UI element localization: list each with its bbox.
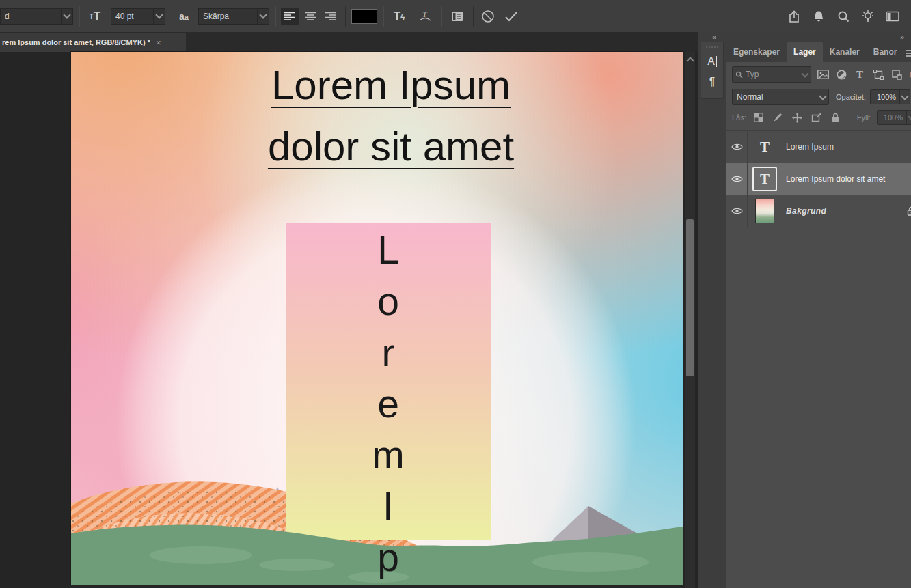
- layer-row-lorem-ipsum-dolor-sit-amet[interactable]: T Lorem Ipsum dolor sit amet: [726, 163, 911, 195]
- align-left-button[interactable]: [281, 8, 299, 25]
- opacity-label: Opacitet:: [836, 93, 866, 101]
- commit-edit-button[interactable]: [502, 8, 520, 25]
- align-center-button[interactable]: [301, 8, 319, 25]
- layer-lock-indicator[interactable]: [899, 206, 911, 216]
- opacity-field[interactable]: 100%: [870, 89, 910, 104]
- layer-row-bakgrund[interactable]: Bakgrund: [726, 195, 911, 227]
- heading-line-1: Lorem Ipsum: [213, 55, 569, 116]
- tab-banor[interactable]: Banor: [867, 42, 904, 62]
- image-layer-thumbnail[interactable]: [755, 199, 774, 223]
- document-tab[interactable]: rem Ipsum dolor sit amet, RGB/8/CMYK) * …: [0, 33, 186, 52]
- visibility-toggle[interactable]: [726, 131, 748, 163]
- scroll-up-icon[interactable]: [686, 57, 694, 64]
- lock-position-icon[interactable]: [791, 111, 804, 124]
- text-color-swatch[interactable]: [351, 9, 377, 24]
- cancel-edit-button[interactable]: [479, 8, 497, 25]
- vertical-letter: I: [354, 481, 422, 532]
- font-style-select[interactable]: d: [0, 8, 73, 25]
- chevron-down-icon[interactable]: [257, 9, 269, 24]
- divider: [345, 6, 346, 27]
- chevron-down-icon[interactable]: [906, 111, 911, 124]
- eye-icon: [731, 175, 743, 183]
- lock-label: Lås:: [732, 113, 746, 122]
- vertical-letter: r: [354, 327, 422, 378]
- anti-alias-select[interactable]: Skärpa: [198, 8, 269, 25]
- layer-name[interactable]: Lorem Ipsum dolor sit amet: [782, 174, 911, 184]
- share-icon: [787, 10, 801, 23]
- document-tab-bar: rem Ipsum dolor sit amet, RGB/8/CMYK) * …: [0, 33, 698, 52]
- divider: [275, 6, 275, 27]
- chevron-down-icon[interactable]: [899, 90, 910, 104]
- scrollbar-thumb[interactable]: [686, 219, 694, 376]
- lock-icon: [907, 206, 911, 216]
- chevron-down-icon[interactable]: [153, 9, 165, 24]
- tab-egenskaper[interactable]: Egenskaper: [726, 42, 787, 62]
- filter-type-layers-icon[interactable]: T: [853, 68, 867, 81]
- search-icon: [735, 71, 743, 79]
- workspace-icon: [885, 10, 900, 23]
- right-panel-area: « » A ¶ Egenskaper Lage: [698, 32, 911, 588]
- cancel-icon: [481, 10, 495, 23]
- font-size-icon: T T: [85, 8, 105, 25]
- lock-image-pixels-icon[interactable]: [772, 111, 785, 124]
- opacity-value: 100%: [871, 93, 899, 101]
- heading-text-layer[interactable]: Lorem Ipsum dolor sit amet: [213, 55, 569, 178]
- collapsed-panel-column: A ¶: [698, 42, 726, 588]
- layer-name[interactable]: Bakgrund: [782, 206, 899, 216]
- filter-smart-objects-icon[interactable]: [890, 68, 903, 81]
- filter-shape-layers-icon[interactable]: [871, 68, 885, 81]
- discover-button[interactable]: [859, 8, 877, 25]
- chevron-down-icon: [817, 89, 828, 104]
- paragraph-panel-button[interactable]: ¶: [702, 72, 722, 92]
- warp-text-button[interactable]: T: [415, 8, 435, 25]
- vertical-letter: L: [354, 225, 422, 276]
- visibility-toggle[interactable]: [726, 195, 748, 227]
- blend-mode-row: Normal Opacitet: 100%: [726, 87, 911, 107]
- lock-transparent-pixels-icon[interactable]: [752, 111, 765, 124]
- paragraph-panel-icon: ¶: [709, 76, 716, 88]
- character-panel-button[interactable]: A: [702, 52, 722, 71]
- layer-filter-row: Typ: [726, 62, 911, 87]
- tab-lager[interactable]: Lager: [787, 42, 823, 62]
- vertical-letter: m: [354, 430, 422, 481]
- type-lightning-button[interactable]: T ϟ: [389, 8, 409, 25]
- font-size-value: 40 pt: [111, 12, 153, 21]
- expand-panels-icon[interactable]: »: [900, 33, 904, 41]
- vertical-text-layer[interactable]: L o r e m I p: [354, 225, 422, 583]
- lock-row: Lås:: [726, 107, 911, 128]
- photoshop-window: d T T 40 pt a a Skärpa: [0, 0, 911, 588]
- toggle-panels-button[interactable]: [447, 8, 467, 25]
- chevron-down-icon[interactable]: [61, 9, 72, 24]
- layer-name[interactable]: Lorem Ipsum: [782, 142, 911, 152]
- lock-artboard-nesting-icon[interactable]: [810, 111, 823, 124]
- svg-text:T: T: [422, 10, 428, 19]
- collapse-panels-icon[interactable]: «: [712, 33, 716, 41]
- layers-panel: Egenskaper Lager Kanaler Banor: [726, 42, 911, 588]
- notifications-button[interactable]: [810, 8, 828, 25]
- search-button[interactable]: [834, 8, 852, 25]
- app-bar-right: [785, 8, 911, 25]
- document-title: rem Ipsum dolor sit amet, RGB/8/CMYK) *: [0, 38, 150, 46]
- document-canvas[interactable]: Lorem Ipsum dolor sit amet L o r e m I p: [71, 52, 683, 585]
- layer-filter-select[interactable]: Typ: [732, 66, 811, 83]
- canvas-vertical-scrollbar[interactable]: [685, 52, 695, 588]
- vertical-letter: o: [354, 276, 422, 327]
- panel-grip[interactable]: [706, 46, 718, 48]
- fill-field[interactable]: 100%: [877, 110, 911, 125]
- filter-adjustment-layers-icon[interactable]: [834, 68, 848, 81]
- type-layer-thumbnail[interactable]: T: [752, 167, 777, 191]
- layer-row-lorem-ipsum[interactable]: T Lorem Ipsum: [726, 131, 911, 163]
- lock-all-icon[interactable]: [829, 111, 842, 124]
- close-tab-icon[interactable]: ×: [156, 38, 161, 48]
- tab-kanaler[interactable]: Kanaler: [823, 42, 867, 62]
- filter-pixel-layers-icon[interactable]: [816, 68, 830, 81]
- share-button[interactable]: [785, 8, 803, 25]
- type-layer-thumbnail[interactable]: T: [760, 140, 770, 154]
- blend-mode-select[interactable]: Normal: [732, 89, 829, 105]
- align-right-button[interactable]: [322, 8, 340, 25]
- character-panel-icon: A: [707, 55, 715, 68]
- font-size-select[interactable]: 40 pt: [111, 8, 165, 25]
- workspace-switcher-button[interactable]: [884, 8, 901, 25]
- visibility-toggle[interactable]: [726, 163, 748, 195]
- panel-menu-button[interactable]: [906, 50, 911, 57]
